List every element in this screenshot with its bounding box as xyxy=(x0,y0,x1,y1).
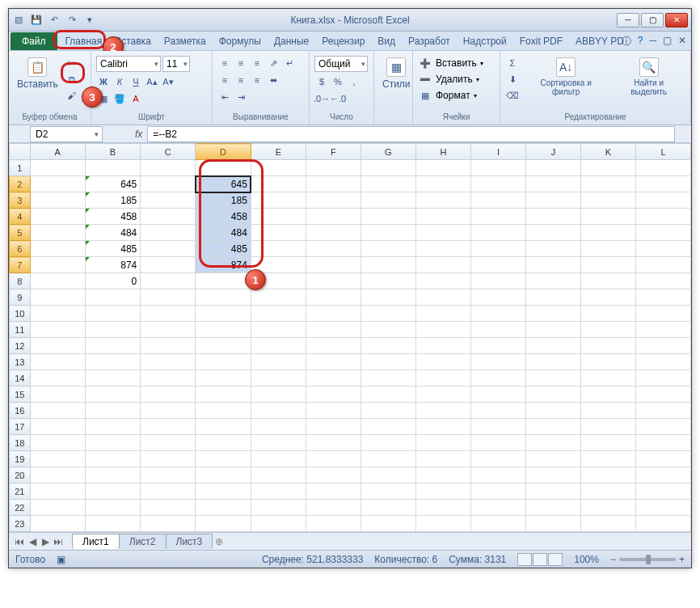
cell-J17[interactable] xyxy=(525,419,580,435)
cell-J12[interactable] xyxy=(525,338,580,354)
cell-F17[interactable] xyxy=(306,419,361,435)
cell-F12[interactable] xyxy=(306,338,361,354)
cell-B1[interactable] xyxy=(85,160,141,176)
cell-K16[interactable] xyxy=(580,403,635,419)
cell-H19[interactable] xyxy=(415,451,470,467)
save-icon[interactable]: 💾 xyxy=(30,14,43,27)
cell-D22[interactable] xyxy=(196,500,251,516)
cell-G9[interactable] xyxy=(361,289,415,306)
cell-F7[interactable] xyxy=(306,257,361,273)
cell-I16[interactable] xyxy=(470,403,525,419)
cell-C8[interactable] xyxy=(141,273,196,289)
cell-I8[interactable] xyxy=(470,273,525,289)
cell-G7[interactable] xyxy=(361,257,415,273)
cell-H21[interactable] xyxy=(415,483,470,500)
cell-K12[interactable] xyxy=(580,338,635,354)
tab-formulas[interactable]: Формулы xyxy=(213,32,268,50)
col-header-K[interactable]: K xyxy=(580,144,635,160)
cell-K4[interactable] xyxy=(580,209,635,225)
align-bottom-icon[interactable]: ≡ xyxy=(250,56,264,70)
cell-A6[interactable] xyxy=(30,241,85,257)
zoom-slider[interactable]: − + xyxy=(610,554,685,565)
cell-K2[interactable] xyxy=(580,176,635,192)
cell-A7[interactable] xyxy=(30,257,85,273)
row-header-22[interactable]: 22 xyxy=(10,500,31,516)
cell-B3[interactable]: 185 xyxy=(85,192,141,209)
tab-dev[interactable]: Разработ xyxy=(402,32,457,50)
tab-review[interactable]: Рецензир xyxy=(315,32,371,50)
row-header-6[interactable]: 6 xyxy=(10,241,31,257)
doc-min-icon[interactable]: ─ xyxy=(649,35,656,49)
orientation-icon[interactable]: ⇗ xyxy=(266,56,280,70)
cell-H16[interactable] xyxy=(415,403,470,419)
font-size-select[interactable]: 11 xyxy=(162,56,190,72)
cell-E11[interactable] xyxy=(251,322,306,338)
cell-A20[interactable] xyxy=(30,467,85,483)
cell-L1[interactable] xyxy=(635,160,690,176)
cell-D15[interactable] xyxy=(196,386,251,403)
cell-H15[interactable] xyxy=(415,386,470,403)
cell-I3[interactable] xyxy=(470,192,525,209)
cell-H6[interactable] xyxy=(415,241,470,257)
cell-H22[interactable] xyxy=(415,500,470,516)
sheet-tab-Лист1[interactable]: Лист1 xyxy=(72,534,120,549)
cell-G4[interactable] xyxy=(361,209,415,225)
cell-B14[interactable] xyxy=(85,370,141,386)
cell-K19[interactable] xyxy=(580,451,635,467)
cell-K18[interactable] xyxy=(580,435,635,451)
cell-J22[interactable] xyxy=(525,500,580,516)
help-icon[interactable]: ? xyxy=(638,35,643,49)
fill-icon[interactable]: ⬇ xyxy=(505,72,520,87)
cell-C23[interactable] xyxy=(141,516,196,532)
cell-I11[interactable] xyxy=(470,322,525,338)
cell-G12[interactable] xyxy=(361,338,415,354)
cell-D8[interactable] xyxy=(196,273,251,289)
decrease-font-icon[interactable]: A▾ xyxy=(161,74,175,89)
cell-A3[interactable] xyxy=(30,192,85,209)
cell-F13[interactable] xyxy=(306,354,361,370)
cell-A10[interactable] xyxy=(30,306,85,322)
cell-F21[interactable] xyxy=(306,483,361,500)
cell-D19[interactable] xyxy=(196,451,251,467)
cell-H1[interactable] xyxy=(415,160,470,176)
cell-A12[interactable] xyxy=(30,338,85,354)
align-center-icon[interactable]: ≡ xyxy=(234,73,248,87)
zoom-level[interactable]: 100% xyxy=(574,554,599,565)
cell-F16[interactable] xyxy=(306,403,361,419)
cell-C10[interactable] xyxy=(141,306,196,322)
cell-A4[interactable] xyxy=(30,209,85,225)
cell-G14[interactable] xyxy=(361,370,415,386)
cell-B22[interactable] xyxy=(85,500,141,516)
clear-icon[interactable]: ⌫ xyxy=(505,88,520,103)
cell-B10[interactable] xyxy=(85,306,141,322)
cell-L10[interactable] xyxy=(635,306,690,322)
cell-I9[interactable] xyxy=(470,289,525,306)
cell-F9[interactable] xyxy=(306,289,361,306)
cell-F15[interactable] xyxy=(306,386,361,403)
cell-I12[interactable] xyxy=(470,338,525,354)
cell-A14[interactable] xyxy=(30,370,85,386)
cell-H9[interactable] xyxy=(415,289,470,306)
cell-K17[interactable] xyxy=(580,419,635,435)
row-header-17[interactable]: 17 xyxy=(10,419,31,435)
row-header-14[interactable]: 14 xyxy=(10,370,31,386)
cell-H10[interactable] xyxy=(415,306,470,322)
cell-E9[interactable] xyxy=(251,289,306,306)
cell-L18[interactable] xyxy=(635,435,690,451)
page-break-icon[interactable] xyxy=(548,553,563,566)
worksheet-grid[interactable]: ABCDEFGHIJKL1264564531851854458458548448… xyxy=(9,143,691,532)
tab-foxit[interactable]: Foxit PDF xyxy=(513,32,569,50)
col-header-I[interactable]: I xyxy=(470,144,525,160)
fill-color-icon[interactable]: 🪣 xyxy=(112,91,127,106)
cell-A18[interactable] xyxy=(30,435,85,451)
cell-D4[interactable]: 458 xyxy=(196,209,251,225)
cell-I17[interactable] xyxy=(470,419,525,435)
cell-I19[interactable] xyxy=(470,451,525,467)
cell-C12[interactable] xyxy=(141,338,196,354)
row-header-20[interactable]: 20 xyxy=(10,467,31,483)
cell-C4[interactable] xyxy=(141,209,196,225)
cell-J3[interactable] xyxy=(525,192,580,209)
cell-F23[interactable] xyxy=(306,516,361,532)
row-header-21[interactable]: 21 xyxy=(10,483,31,500)
cell-C15[interactable] xyxy=(141,386,196,403)
